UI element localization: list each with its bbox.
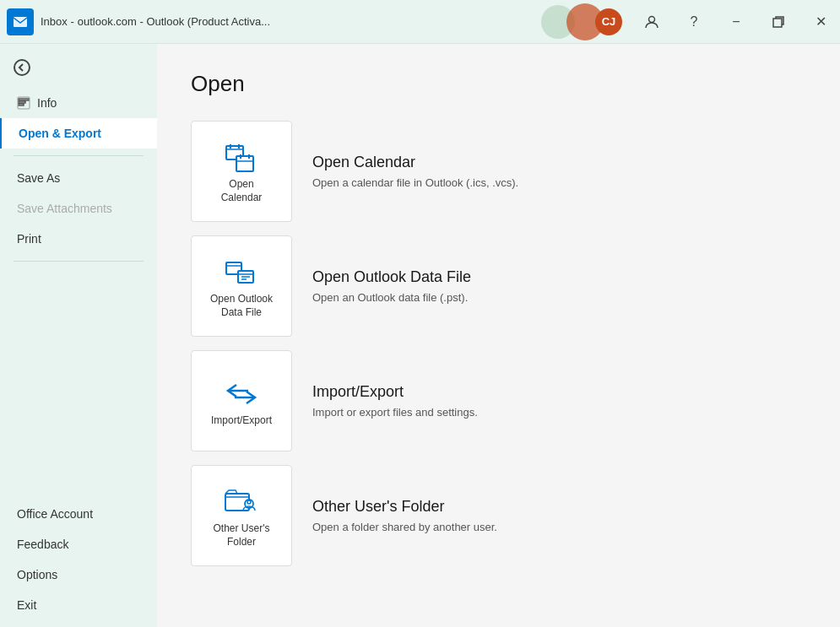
svg-point-3 bbox=[14, 60, 30, 75]
other-users-folder-text[interactable]: Other User's Folder Open a folder shared… bbox=[292, 465, 518, 566]
import-export-icon bbox=[221, 374, 262, 414]
open-outlook-data-icon-box[interactable]: Open OutlookData File bbox=[191, 235, 292, 337]
titlebar: Inbox - outlook.com - Outlook (Product A… bbox=[0, 0, 840, 44]
open-outlook-data-title: Open Outlook Data File bbox=[312, 268, 471, 286]
close-btn[interactable]: ✕ bbox=[801, 8, 840, 35]
titlebar-controls: CJ ? − ✕ bbox=[595, 0, 840, 43]
sidebar-item-info[interactable]: Info bbox=[0, 88, 157, 118]
import-export-desc: Import or export files and settings. bbox=[312, 406, 478, 419]
minimize-btn[interactable]: − bbox=[717, 8, 756, 35]
sidebar-item-print[interactable]: Print bbox=[0, 224, 157, 254]
other-users-folder-title: Other User's Folder bbox=[312, 498, 497, 516]
card-open-calendar: OpenCalendar Open Calendar Open a calend… bbox=[191, 121, 806, 222]
page-title: Open bbox=[191, 71, 806, 97]
sidebar-divider-2 bbox=[14, 261, 144, 262]
sidebar-item-info-label: Info bbox=[37, 96, 57, 110]
open-calendar-icon bbox=[221, 138, 262, 178]
other-users-folder-icon-box[interactable]: Other User'sFolder bbox=[191, 465, 292, 566]
sidebar-item-exit[interactable]: Exit bbox=[0, 590, 157, 620]
sidebar-item-feedback-label: Feedback bbox=[17, 538, 68, 551]
sidebar-item-save-attachments-label: Save Attachments bbox=[17, 202, 112, 215]
sidebar-item-exit-label: Exit bbox=[17, 598, 36, 612]
sidebar-item-open-export-label: Open & Export bbox=[19, 127, 101, 140]
svg-point-1 bbox=[649, 16, 655, 22]
sidebar-item-save-attachments: Save Attachments bbox=[0, 193, 157, 224]
open-calendar-text[interactable]: Open Calendar Open a calendar file in Ou… bbox=[292, 121, 539, 222]
open-calendar-icon-box[interactable]: OpenCalendar bbox=[191, 121, 292, 222]
import-export-icon-box[interactable]: Import/Export bbox=[191, 350, 292, 451]
user-avatar[interactable]: CJ bbox=[595, 8, 622, 35]
svg-rect-2 bbox=[773, 19, 782, 27]
card-other-users-folder: Other User'sFolder Other User's Folder O… bbox=[191, 465, 806, 566]
sidebar-item-feedback[interactable]: Feedback bbox=[0, 529, 157, 559]
sidebar-item-save-as-label: Save As bbox=[17, 171, 60, 185]
help-icon-btn[interactable]: ? bbox=[675, 8, 713, 35]
sidebar-item-office-account-label: Office Account bbox=[17, 507, 93, 521]
sidebar: Info Open & Export Save As Save Attachme… bbox=[0, 44, 157, 627]
restore-btn[interactable] bbox=[759, 8, 798, 35]
card-import-export: Import/Export Import/Export Import or ex… bbox=[191, 350, 806, 451]
card-open-outlook-data: Open OutlookData File Open Outlook Data … bbox=[191, 235, 806, 337]
sidebar-item-print-label: Print bbox=[17, 232, 41, 246]
sidebar-item-options-label: Options bbox=[17, 568, 57, 581]
person-icon-btn[interactable] bbox=[632, 8, 671, 35]
open-outlook-data-icon bbox=[221, 252, 262, 293]
open-calendar-desc: Open a calendar file in Outlook (.ics, .… bbox=[312, 176, 518, 189]
other-users-folder-desc: Open a folder shared by another user. bbox=[312, 521, 497, 533]
open-outlook-data-icon-label: Open OutlookData File bbox=[203, 293, 279, 319]
import-export-icon-label: Import/Export bbox=[204, 414, 279, 428]
sidebar-item-save-as[interactable]: Save As bbox=[0, 163, 157, 193]
open-outlook-data-text[interactable]: Open Outlook Data File Open an Outlook d… bbox=[292, 235, 491, 337]
svg-rect-0 bbox=[14, 17, 27, 27]
open-calendar-title: Open Calendar bbox=[312, 154, 518, 171]
sidebar-item-open-export[interactable]: Open & Export bbox=[0, 118, 157, 149]
open-calendar-icon-label: OpenCalendar bbox=[214, 178, 269, 204]
sidebar-item-office-account[interactable]: Office Account bbox=[0, 499, 157, 529]
import-export-title: Import/Export bbox=[312, 383, 478, 401]
sidebar-bottom: Office Account Feedback Options Exit bbox=[0, 499, 157, 620]
svg-rect-8 bbox=[236, 156, 253, 171]
sidebar-item-options[interactable]: Options bbox=[0, 559, 157, 590]
app-name: Inbox - bbox=[41, 15, 74, 28]
sidebar-divider-1 bbox=[14, 155, 144, 156]
back-button[interactable] bbox=[0, 51, 157, 84]
import-export-text[interactable]: Import/Export Import or export files and… bbox=[292, 350, 498, 451]
open-outlook-data-desc: Open an Outlook data file (.pst). bbox=[312, 291, 471, 304]
app-body: Info Open & Export Save As Save Attachme… bbox=[0, 44, 840, 627]
other-users-folder-icon bbox=[221, 482, 262, 522]
cards-grid: OpenCalendar Open Calendar Open a calend… bbox=[191, 121, 806, 566]
main-content: Open OpenCalendar bbox=[157, 44, 840, 627]
app-logo bbox=[7, 8, 34, 35]
other-users-folder-icon-label: Other User'sFolder bbox=[207, 522, 277, 549]
